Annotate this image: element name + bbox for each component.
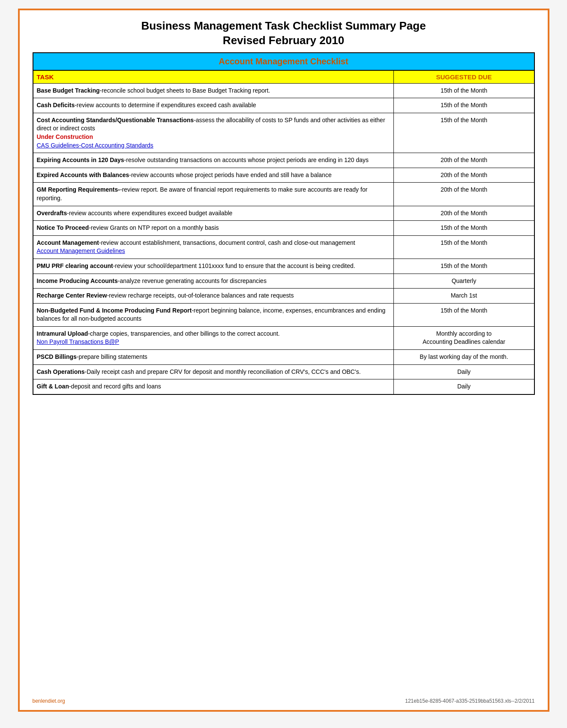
task-bold: GM Reporting Requirements- [37,186,120,193]
cas-guidelines-link[interactable]: CAS Guidelines-Cost Accounting Standards [37,142,153,149]
due-cell: 15th of the Month [394,98,534,113]
task-bold: Cost Accounting Standards/Questionable T… [37,117,194,123]
task-bold: Cash Operations [37,368,85,375]
due-cell: 15th of the Month [394,235,534,259]
task-cell: Expiring Accounts in 120 Days-resolve ou… [33,153,394,168]
task-bold: Notice To Proceed [37,224,89,231]
task-rest: -review account establishment, transacti… [99,239,355,246]
table-row: Cash Deficits-review accounts to determi… [33,98,534,113]
table-row: Recharge Center Review-review recharge r… [33,289,534,304]
due-cell: March 1st [394,289,534,304]
table-row: Notice To Proceed-review Grants on NTP r… [33,221,534,236]
task-rest: -review recharge receipts, out-of-tolera… [107,292,294,299]
task-bold: Income Producing Accounts [37,277,118,284]
due-cell: Daily [394,364,534,379]
table-row: PMU PRF clearing account-review your sch… [33,259,534,274]
task-bold: Recharge Center Review [37,292,107,299]
task-bold: Base Budget Tracking [37,87,100,94]
task-cell: Gift & Loan-deposit and record gifts and… [33,379,394,394]
footer-right: 121eb15e-8285-4067-a335-2519bba51563.xls… [405,698,534,704]
task-cell: Overdrafts-review accounts where expendi… [33,206,394,221]
table-row: GM Reporting Requirements--review report… [33,183,534,206]
due-cell: Monthly according toAccounting Deadlines… [394,326,534,349]
table-row: Account Management-review account establ… [33,235,534,259]
task-bold: Expired Accounts with Balances [37,171,129,178]
due-cell: 15th of the Month [394,113,534,153]
table-row: Cost Accounting Standards/Questionable T… [33,113,534,153]
task-rest: -prepare billing statements [77,353,147,360]
task-bold: Account Management [37,239,99,246]
task-rest: -deposit and record gifts and loans [69,383,161,390]
col-header-task: TASK [33,70,394,84]
section-header-row: Account Management Checklist [33,53,534,70]
due-cell: 20th of the Month [394,153,534,168]
task-cell: PSCD Billings-prepare billing statements [33,350,394,365]
due-cell: 20th of the Month [394,183,534,206]
table-row: Income Producing Accounts-analyze revenu… [33,274,534,289]
due-cell: 20th of the Month [394,206,534,221]
task-bold: Overdrafts [37,210,67,217]
task-bold: Cash Deficits [37,102,75,108]
task-cell: Non-Budgeted Fund & Income Producing Fun… [33,303,394,326]
task-cell: PMU PRF clearing account-review your sch… [33,259,394,274]
page-title: Business Management Task Checklist Summa… [33,19,535,48]
due-cell: 15th of the Month [394,303,534,326]
non-payroll-link[interactable]: Non Payroll Transactions B@P [37,338,119,345]
table-row: Expiring Accounts in 120 Days-resolve ou… [33,153,534,168]
table-row: Cash Operations-Daily receipt cash and p… [33,364,534,379]
task-rest: -review accounts where expenditures exce… [67,210,232,217]
task-bold: Non-Budgeted Fund & Income Producing Fun… [37,307,192,314]
task-bold: PSCD Billings [37,353,77,360]
table-row: Non-Budgeted Fund & Income Producing Fun… [33,303,534,326]
table-row: Expired Accounts with Balances-review ac… [33,168,534,183]
due-cell: 15th of the Month [394,83,534,98]
section-header-cell: Account Management Checklist [33,53,534,70]
task-rest: -review accounts whose project periods h… [129,171,331,178]
task-cell: GM Reporting Requirements--review report… [33,183,394,206]
task-bold: Intramural Upload [37,330,88,337]
due-cell: By last working day of the month. [394,350,534,365]
due-cell: 15th of the Month [394,221,534,236]
task-cell: Intramural Upload-charge copies, transpa… [33,326,394,349]
col-header-row: TASK SUGGESTED DUE [33,70,534,84]
account-management-link[interactable]: Account Management Guidelines [37,247,125,254]
table-row: Intramural Upload-charge copies, transpa… [33,326,534,349]
task-cell: Expired Accounts with Balances-review ac… [33,168,394,183]
under-construction-label: Under Construction [37,133,93,140]
checklist-table: Account Management Checklist TASK SUGGES… [33,52,535,395]
task-rest: -review your school/department 1101xxxx … [113,262,355,269]
task-rest: -analyze revenue generating accounts for… [118,277,267,284]
task-bold: PMU PRF clearing account [37,262,113,269]
task-rest: -Daily receipt cash and prepare CRV for … [85,368,361,375]
task-rest: -review accounts to determine if expendi… [75,102,256,108]
due-cell: Daily [394,379,534,394]
due-cell: 15th of the Month [394,259,534,274]
table-row: Overdrafts-review accounts where expendi… [33,206,534,221]
task-cell: Cash Deficits-review accounts to determi… [33,98,394,113]
task-cell: Base Budget Tracking-reconcile school bu… [33,83,394,98]
task-rest: -resolve outstanding transactions on acc… [124,156,369,163]
task-cell: Income Producing Accounts-analyze revenu… [33,274,394,289]
table-row: Gift & Loan-deposit and record gifts and… [33,379,534,394]
due-cell: 20th of the Month [394,168,534,183]
page-wrapper: Business Management Task Checklist Summa… [18,9,549,712]
due-cell: Quarterly [394,274,534,289]
table-row: Base Budget Tracking-reconcile school bu… [33,83,534,98]
task-rest: -charge copies, transparencies, and othe… [88,330,279,337]
col-header-due: SUGGESTED DUE [394,70,534,84]
table-row: PSCD Billings-prepare billing statements… [33,350,534,365]
task-rest: -reconcile school budget sheets to Base … [100,87,270,94]
footer-left: benlendiet.org [33,698,65,704]
task-rest: -review Grants on NTP report on a monthl… [89,224,219,231]
task-cell: Cost Accounting Standards/Questionable T… [33,113,394,153]
task-bold: Expiring Accounts in 120 Days [37,156,124,163]
task-cell: Recharge Center Review-review recharge r… [33,289,394,304]
task-bold: Gift & Loan [37,383,69,390]
task-cell: Notice To Proceed-review Grants on NTP r… [33,221,394,236]
task-cell: Cash Operations-Daily receipt cash and p… [33,364,394,379]
task-cell: Account Management-review account establ… [33,235,394,259]
